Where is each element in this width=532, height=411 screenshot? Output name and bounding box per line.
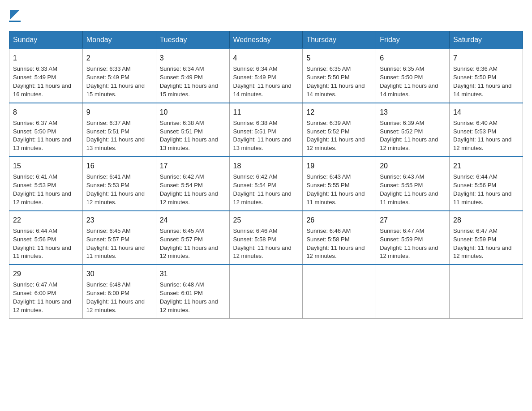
header-friday: Friday [376, 31, 450, 49]
day-number: 6 [380, 53, 446, 63]
day-info: Sunrise: 6:46 AMSunset: 5:58 PMDaylight:… [233, 227, 292, 260]
day-number: 30 [86, 269, 152, 279]
week-row-2: 8Sunrise: 6:37 AMSunset: 5:50 PMDaylight… [9, 103, 523, 157]
calendar-cell [450, 265, 523, 318]
day-number: 1 [13, 53, 79, 63]
week-row-3: 15Sunrise: 6:41 AMSunset: 5:53 PMDayligh… [9, 157, 523, 211]
calendar-cell: 12Sunrise: 6:39 AMSunset: 5:52 PMDayligh… [303, 103, 376, 157]
day-info: Sunrise: 6:39 AMSunset: 5:52 PMDaylight:… [380, 120, 438, 152]
calendar-cell: 30Sunrise: 6:48 AMSunset: 6:00 PMDayligh… [82, 265, 156, 318]
day-number: 22 [13, 215, 79, 225]
week-row-1: 1Sunrise: 6:33 AMSunset: 5:49 PMDaylight… [9, 49, 523, 103]
logo [9, 9, 21, 22]
calendar-cell: 29Sunrise: 6:47 AMSunset: 6:00 PMDayligh… [9, 265, 83, 318]
day-info: Sunrise: 6:41 AMSunset: 5:53 PMDaylight:… [13, 173, 71, 206]
calendar-cell: 18Sunrise: 6:42 AMSunset: 5:54 PMDayligh… [229, 157, 303, 211]
day-info: Sunrise: 6:47 AMSunset: 5:59 PMDaylight:… [453, 227, 511, 260]
header-monday: Monday [82, 31, 156, 49]
calendar-cell [376, 265, 450, 318]
calendar-cell: 13Sunrise: 6:39 AMSunset: 5:52 PMDayligh… [376, 103, 450, 157]
header-wednesday: Wednesday [229, 31, 303, 49]
calendar-cell: 22Sunrise: 6:44 AMSunset: 5:56 PMDayligh… [9, 211, 83, 265]
calendar-cell: 20Sunrise: 6:43 AMSunset: 5:55 PMDayligh… [376, 157, 450, 211]
day-number: 2 [86, 53, 152, 63]
calendar-cell: 23Sunrise: 6:45 AMSunset: 5:57 PMDayligh… [82, 211, 156, 265]
calendar-cell: 14Sunrise: 6:40 AMSunset: 5:53 PMDayligh… [450, 103, 523, 157]
svg-marker-0 [10, 10, 20, 20]
day-number: 7 [453, 53, 519, 63]
page-header [9, 9, 523, 22]
calendar-cell: 7Sunrise: 6:36 AMSunset: 5:50 PMDaylight… [450, 49, 523, 103]
calendar-cell: 24Sunrise: 6:45 AMSunset: 5:57 PMDayligh… [156, 211, 229, 265]
calendar-cell: 2Sunrise: 6:33 AMSunset: 5:49 PMDaylight… [82, 49, 156, 103]
day-number: 25 [233, 215, 299, 225]
calendar-cell: 17Sunrise: 6:42 AMSunset: 5:54 PMDayligh… [156, 157, 229, 211]
calendar-cell: 19Sunrise: 6:43 AMSunset: 5:55 PMDayligh… [303, 157, 376, 211]
logo-underline [9, 21, 21, 22]
logo-arrow-icon [10, 10, 20, 20]
day-number: 18 [233, 161, 299, 171]
day-number: 27 [380, 215, 446, 225]
day-info: Sunrise: 6:33 AMSunset: 5:49 PMDaylight:… [13, 65, 71, 98]
day-number: 11 [233, 107, 299, 117]
day-info: Sunrise: 6:40 AMSunset: 5:53 PMDaylight:… [453, 120, 511, 152]
calendar-cell: 26Sunrise: 6:46 AMSunset: 5:58 PMDayligh… [303, 211, 376, 265]
day-info: Sunrise: 6:39 AMSunset: 5:52 PMDaylight:… [306, 120, 365, 152]
day-number: 16 [86, 161, 152, 171]
header-saturday: Saturday [450, 31, 523, 49]
calendar-cell: 6Sunrise: 6:35 AMSunset: 5:50 PMDaylight… [376, 49, 450, 103]
day-info: Sunrise: 6:34 AMSunset: 5:49 PMDaylight:… [160, 65, 218, 98]
day-number: 3 [160, 53, 226, 63]
day-number: 28 [453, 215, 519, 225]
calendar-cell: 9Sunrise: 6:37 AMSunset: 5:51 PMDaylight… [82, 103, 156, 157]
calendar-cell [229, 265, 303, 318]
day-number: 8 [13, 107, 79, 117]
calendar-cell: 4Sunrise: 6:34 AMSunset: 5:49 PMDaylight… [229, 49, 303, 103]
day-number: 20 [380, 161, 446, 171]
day-info: Sunrise: 6:48 AMSunset: 6:00 PMDaylight:… [86, 281, 145, 313]
day-number: 17 [160, 161, 226, 171]
day-info: Sunrise: 6:42 AMSunset: 5:54 PMDaylight:… [160, 173, 218, 206]
day-info: Sunrise: 6:46 AMSunset: 5:58 PMDaylight:… [306, 227, 365, 260]
day-number: 29 [13, 269, 79, 279]
calendar-cell: 10Sunrise: 6:38 AMSunset: 5:51 PMDayligh… [156, 103, 229, 157]
day-number: 21 [453, 161, 519, 171]
day-info: Sunrise: 6:35 AMSunset: 5:50 PMDaylight:… [380, 65, 438, 98]
day-info: Sunrise: 6:38 AMSunset: 5:51 PMDaylight:… [233, 120, 292, 152]
day-number: 31 [160, 269, 226, 279]
day-info: Sunrise: 6:34 AMSunset: 5:49 PMDaylight:… [233, 65, 292, 98]
calendar-cell: 27Sunrise: 6:47 AMSunset: 5:59 PMDayligh… [376, 211, 450, 265]
day-number: 10 [160, 107, 226, 117]
day-number: 9 [86, 107, 152, 117]
day-info: Sunrise: 6:47 AMSunset: 6:00 PMDaylight:… [13, 281, 71, 313]
calendar-cell: 16Sunrise: 6:41 AMSunset: 5:53 PMDayligh… [82, 157, 156, 211]
day-info: Sunrise: 6:45 AMSunset: 5:57 PMDaylight:… [160, 227, 218, 260]
day-info: Sunrise: 6:41 AMSunset: 5:53 PMDaylight:… [86, 173, 145, 206]
calendar-cell: 11Sunrise: 6:38 AMSunset: 5:51 PMDayligh… [229, 103, 303, 157]
day-number: 19 [306, 161, 372, 171]
day-number: 13 [380, 107, 446, 117]
logo-text [9, 9, 21, 20]
day-number: 26 [306, 215, 372, 225]
day-info: Sunrise: 6:44 AMSunset: 5:56 PMDaylight:… [13, 227, 71, 260]
day-info: Sunrise: 6:44 AMSunset: 5:56 PMDaylight:… [453, 173, 511, 206]
day-number: 24 [160, 215, 226, 225]
calendar-header-row: SundayMondayTuesdayWednesdayThursdayFrid… [9, 31, 523, 49]
calendar-cell [303, 265, 376, 318]
day-number: 14 [453, 107, 519, 117]
day-info: Sunrise: 6:43 AMSunset: 5:55 PMDaylight:… [306, 173, 365, 206]
week-row-5: 29Sunrise: 6:47 AMSunset: 6:00 PMDayligh… [9, 265, 523, 318]
day-info: Sunrise: 6:47 AMSunset: 5:59 PMDaylight:… [380, 227, 438, 260]
calendar-table: SundayMondayTuesdayWednesdayThursdayFrid… [9, 31, 523, 319]
calendar-cell: 3Sunrise: 6:34 AMSunset: 5:49 PMDaylight… [156, 49, 229, 103]
day-info: Sunrise: 6:37 AMSunset: 5:50 PMDaylight:… [13, 120, 71, 152]
calendar-cell: 25Sunrise: 6:46 AMSunset: 5:58 PMDayligh… [229, 211, 303, 265]
day-number: 23 [86, 215, 152, 225]
calendar-cell: 5Sunrise: 6:35 AMSunset: 5:50 PMDaylight… [303, 49, 376, 103]
day-info: Sunrise: 6:33 AMSunset: 5:49 PMDaylight:… [86, 65, 145, 98]
day-info: Sunrise: 6:42 AMSunset: 5:54 PMDaylight:… [233, 173, 292, 206]
day-info: Sunrise: 6:36 AMSunset: 5:50 PMDaylight:… [453, 65, 511, 98]
calendar-cell: 8Sunrise: 6:37 AMSunset: 5:50 PMDaylight… [9, 103, 83, 157]
day-info: Sunrise: 6:45 AMSunset: 5:57 PMDaylight:… [86, 227, 145, 260]
header-thursday: Thursday [303, 31, 376, 49]
